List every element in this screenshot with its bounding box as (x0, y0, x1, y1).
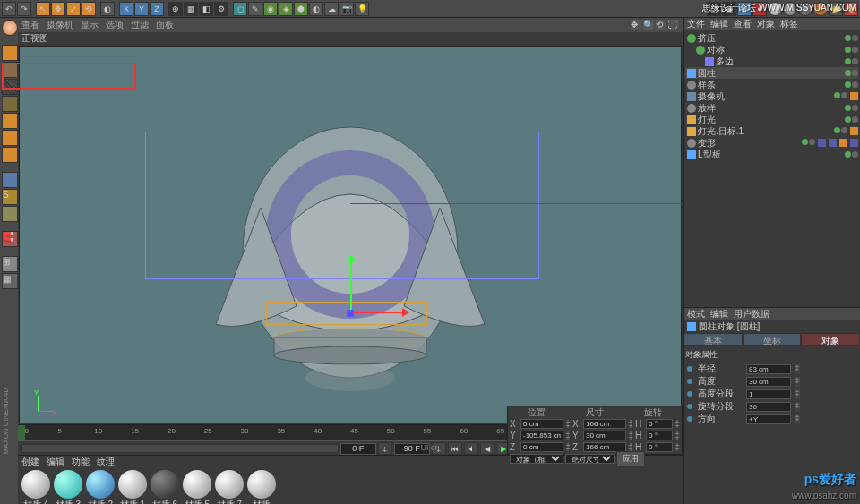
polygon-mode-button[interactable] (2, 147, 18, 163)
camera-button[interactable]: 📷 (340, 2, 354, 16)
mat-tab-edit[interactable]: 编辑 (47, 456, 64, 468)
obj-tab[interactable]: 标签 (780, 18, 798, 30)
move-tool[interactable]: ✥ (51, 2, 65, 16)
prev-frame-button[interactable]: ◀ (480, 442, 494, 455)
attr-input[interactable] (746, 402, 791, 412)
size-input[interactable] (583, 419, 626, 429)
size-input[interactable] (583, 431, 626, 440)
attr-input[interactable] (746, 414, 791, 424)
mat-tab-create[interactable]: 创建 (22, 456, 39, 468)
pos-input[interactable] (520, 419, 563, 429)
point-mode-button[interactable] (2, 113, 18, 129)
spinner[interactable]: ‡ (795, 389, 800, 399)
snap-tool[interactable]: S (2, 189, 18, 205)
obj-tab[interactable]: 文件 (687, 18, 705, 30)
axis-y-toggle[interactable]: Y (134, 2, 149, 16)
coord-size-mode-select[interactable]: 绝对尺寸 (565, 454, 615, 464)
material-item[interactable]: 材质.2 (86, 470, 115, 504)
coord-sys-icon[interactable]: ⊕ (168, 2, 183, 16)
obj-tab[interactable]: 查看 (734, 18, 752, 30)
spinner[interactable]: ‡ (795, 377, 800, 387)
workplane-mode-button[interactable] (2, 96, 18, 112)
render-settings-button[interactable]: ⚙ (214, 2, 228, 16)
attr-subtab-basic[interactable]: 基本 (684, 333, 743, 346)
material-item[interactable]: 材质 (247, 470, 276, 504)
coord-tab-pos[interactable]: 位置 (508, 406, 566, 418)
render-view-button[interactable]: ▦ (184, 2, 198, 16)
attr-subtab-object[interactable]: 对象 (801, 333, 860, 346)
coord-tab-size[interactable]: 尺寸 (566, 406, 624, 418)
object-row[interactable]: L型板 (685, 149, 858, 160)
object-row[interactable]: 放样 (685, 102, 858, 114)
attr-mode-tab[interactable]: 模式 (687, 308, 705, 320)
axis-tool[interactable] (2, 172, 18, 188)
light-button[interactable]: 💡 (355, 2, 369, 16)
maximize-icon[interactable]: ⛶ (668, 20, 679, 30)
environment-button[interactable]: ☁ (324, 2, 339, 16)
rotate-view-icon[interactable]: ⟲ (656, 20, 666, 30)
rotate-tool[interactable]: ⟲ (82, 2, 96, 16)
rot-input[interactable] (646, 442, 673, 452)
spinner[interactable]: ‡ (795, 414, 800, 424)
apply-button[interactable]: 应用 (616, 451, 645, 466)
object-row[interactable]: 样条 (685, 79, 858, 90)
mat-tab-texture[interactable]: 纹理 (97, 456, 115, 468)
coord-mode-select[interactable]: 对象（相对） (510, 454, 563, 464)
display-menu-item[interactable]: 显示 (81, 19, 99, 31)
tweak-icon[interactable]: ⊞ (2, 256, 18, 272)
attr-input[interactable] (746, 389, 791, 399)
pan-icon[interactable]: ✥ (631, 20, 641, 30)
attr-input[interactable] (746, 364, 791, 374)
zoom-icon[interactable]: 🔍 (643, 20, 654, 30)
head-icon[interactable] (2, 20, 18, 36)
axis-x-toggle[interactable]: X (119, 2, 133, 16)
spinner[interactable]: ‡ (795, 364, 800, 374)
options-menu-item[interactable]: 选项 (106, 19, 124, 31)
edge-mode-button[interactable] (2, 130, 18, 146)
panel-menu-item[interactable]: 面板 (156, 19, 174, 31)
material-item[interactable]: 材质.1 (118, 470, 147, 504)
model-mode-button[interactable] (2, 62, 18, 78)
spline-pen-button[interactable]: ✎ (248, 2, 262, 16)
make-editable-button[interactable] (2, 45, 18, 61)
object-row[interactable]: 多边 (685, 56, 858, 67)
camera-menu-item[interactable]: 摄像机 (47, 19, 73, 31)
material-item[interactable]: 材质.3 (54, 470, 82, 504)
redo-button[interactable]: ↷ (17, 2, 31, 16)
object-row[interactable]: 挤压 (685, 32, 858, 44)
material-item[interactable]: 材质.7 (215, 470, 244, 504)
material-item[interactable]: 材质.4 (22, 470, 50, 504)
undo-button[interactable]: ↶ (2, 2, 16, 16)
view-menu-item[interactable]: 查看 (22, 19, 39, 31)
rot-input[interactable] (646, 431, 673, 440)
subdivision-button[interactable]: ◈ (279, 2, 293, 16)
generator-button[interactable]: ◉ (263, 2, 278, 16)
deformer-button[interactable]: ◐ (309, 2, 323, 16)
object-row[interactable]: 圆柱 (685, 67, 858, 79)
attr-edit-tab[interactable]: 编辑 (710, 308, 728, 320)
object-row[interactable]: 灯光 (685, 114, 858, 125)
prev-key-button[interactable]: ⏴ (464, 442, 478, 455)
pos-input[interactable] (520, 431, 563, 440)
attr-userdata-tab[interactable]: 用户数据 (734, 308, 770, 320)
texture-mode-button[interactable] (2, 79, 18, 95)
filter-menu-item[interactable]: 过滤 (131, 19, 149, 31)
scale-tool[interactable]: ⤢ (66, 2, 81, 16)
spinner[interactable]: ‡ (795, 402, 800, 412)
coord-tab-rot[interactable]: 旋转 (624, 406, 682, 418)
recent-tool[interactable]: ◐ (100, 2, 115, 16)
viewport[interactable]: Y X 网格间距 : 10 cm (19, 46, 682, 423)
magnet-icon[interactable]: 🧲 (2, 231, 18, 247)
mat-tab-function[interactable]: 功能 (72, 456, 90, 468)
start-frame-input[interactable] (340, 443, 376, 455)
object-row[interactable]: 变形 (685, 137, 858, 149)
attr-input[interactable] (746, 377, 791, 387)
obj-tab[interactable]: 对象 (757, 18, 775, 30)
range-slider[interactable] (22, 444, 339, 453)
material-item[interactable]: 材质.6 (150, 470, 179, 504)
obj-tab[interactable]: 编辑 (710, 18, 728, 30)
viewport-layout-icon[interactable]: ▦ (2, 273, 18, 289)
primitive-cube-button[interactable]: ◻ (233, 2, 247, 16)
array-button[interactable]: ⬢ (294, 2, 308, 16)
workplane-tool[interactable] (2, 206, 18, 222)
